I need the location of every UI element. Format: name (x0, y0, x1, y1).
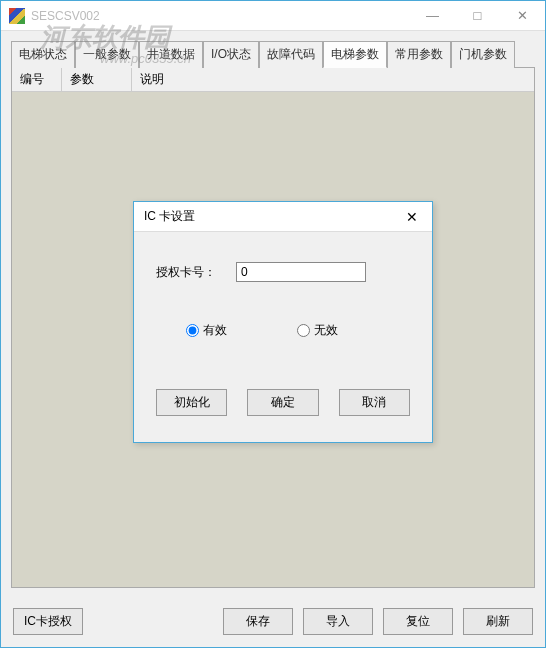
validity-radio-group: 有效 无效 (156, 322, 410, 339)
minimize-button[interactable]: — (410, 1, 455, 30)
table-header: 编号 参数 说明 (12, 68, 534, 92)
init-button[interactable]: 初始化 (156, 389, 227, 416)
window-controls: — □ ✕ (410, 1, 545, 30)
dialog-button-row: 初始化 确定 取消 (156, 389, 410, 422)
tab-io-status[interactable]: I/O状态 (203, 41, 259, 68)
close-button[interactable]: ✕ (500, 1, 545, 30)
tab-door-params[interactable]: 门机参数 (451, 41, 515, 68)
card-number-row: 授权卡号： (156, 262, 410, 282)
radio-valid-label: 有效 (203, 322, 227, 339)
tab-general-params[interactable]: 一般参数 (75, 41, 139, 68)
tab-elevator-status[interactable]: 电梯状态 (11, 41, 75, 68)
window-title: SESCSV002 (31, 9, 410, 23)
maximize-button[interactable]: □ (455, 1, 500, 30)
ic-auth-button[interactable]: IC卡授权 (13, 608, 83, 635)
radio-invalid-item[interactable]: 无效 (297, 322, 338, 339)
content-area: 电梯状态 一般参数 井道数据 I/O状态 故障代码 电梯参数 常用参数 门机参数… (1, 31, 545, 598)
save-button[interactable]: 保存 (223, 608, 293, 635)
app-icon (9, 8, 25, 24)
reset-button[interactable]: 复位 (383, 608, 453, 635)
refresh-button[interactable]: 刷新 (463, 608, 533, 635)
card-number-label: 授权卡号： (156, 264, 236, 281)
tab-shaft-data[interactable]: 井道数据 (139, 41, 203, 68)
tab-bar: 电梯状态 一般参数 井道数据 I/O状态 故障代码 电梯参数 常用参数 门机参数 (11, 41, 535, 68)
card-number-input[interactable] (236, 262, 366, 282)
col-header-param[interactable]: 参数 (62, 68, 132, 91)
tab-fault-code[interactable]: 故障代码 (259, 41, 323, 68)
ic-card-dialog: IC 卡设置 ✕ 授权卡号： 有效 无效 (133, 201, 433, 443)
radio-invalid[interactable] (297, 324, 310, 337)
cancel-button[interactable]: 取消 (339, 389, 410, 416)
dialog-close-button[interactable]: ✕ (402, 209, 422, 225)
dialog-body: 授权卡号： 有效 无效 初始化 确定 取消 (134, 232, 432, 442)
import-button[interactable]: 导入 (303, 608, 373, 635)
col-header-desc[interactable]: 说明 (132, 68, 534, 91)
radio-valid-item[interactable]: 有效 (186, 322, 227, 339)
radio-invalid-label: 无效 (314, 322, 338, 339)
radio-valid[interactable] (186, 324, 199, 337)
tab-common-params[interactable]: 常用参数 (387, 41, 451, 68)
titlebar: SESCSV002 — □ ✕ (1, 1, 545, 31)
tab-elevator-params[interactable]: 电梯参数 (323, 41, 387, 68)
main-window: SESCSV002 — □ ✕ 河东软件园 www.pc0359.cn 电梯状态… (0, 0, 546, 648)
bottom-toolbar: IC卡授权 保存 导入 复位 刷新 (1, 598, 545, 647)
ok-button[interactable]: 确定 (247, 389, 318, 416)
col-header-no[interactable]: 编号 (12, 68, 62, 91)
dialog-title: IC 卡设置 (144, 208, 402, 225)
dialog-titlebar: IC 卡设置 ✕ (134, 202, 432, 232)
